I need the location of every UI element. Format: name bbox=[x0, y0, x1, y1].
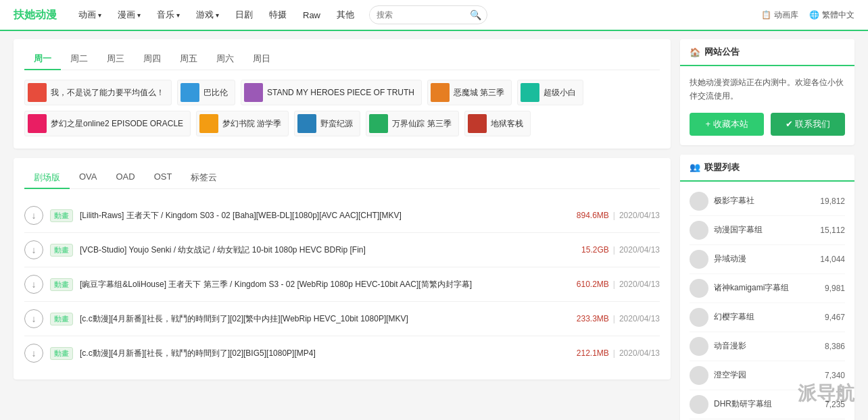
dl-badge: 動畫 bbox=[50, 244, 73, 257]
alliance-count: 14,044 bbox=[820, 255, 845, 264]
list-item[interactable]: 动音漫影 8,386 bbox=[690, 332, 845, 361]
nav-item-动画[interactable]: 动画▾ bbox=[70, 0, 110, 30]
list-item[interactable]: 动漫国字幕组 15,112 bbox=[690, 216, 845, 245]
header-right-item[interactable]: 📋动画库 bbox=[761, 9, 798, 21]
anime-item[interactable]: STAND MY HEROES PIECE OF TRUTH bbox=[241, 80, 422, 105]
anime-item[interactable]: 巴比伦 bbox=[177, 80, 235, 105]
dl-size: 233.3MB bbox=[577, 314, 609, 323]
week-tab-周四[interactable]: 周四 bbox=[134, 49, 170, 70]
content-area: 周一周二周三周四周五周六周日 我，不是说了能力要平均值么！巴比伦STAND MY… bbox=[14, 39, 671, 420]
dl-title[interactable]: [c.c動漫][4月新番][社長，戦鬥的時間到了][02][繁中内挂][WebR… bbox=[80, 313, 570, 325]
download-arrow-icon[interactable]: ↓ bbox=[24, 275, 43, 294]
anime-item[interactable]: 万界仙踪 第三季 bbox=[366, 111, 458, 136]
week-tab-周日[interactable]: 周日 bbox=[243, 49, 280, 70]
main-nav: 动画▾漫画▾音乐▾游戏▾日剧特摄Raw其他 bbox=[70, 0, 362, 30]
list-item[interactable]: 极影字幕社 19,812 bbox=[690, 187, 845, 216]
alliance-icon: 👥 bbox=[690, 162, 700, 172]
download-card: 剧场版OVAOADOST标签云 ↓ 動畫 [Lilith-Raws] 王者天下 … bbox=[14, 158, 671, 379]
list-item[interactable]: DHR動研字幕组 7,235 bbox=[690, 390, 845, 419]
dl-date: 2020/04/13 bbox=[619, 211, 660, 220]
search-input[interactable] bbox=[370, 10, 464, 20]
dl-title[interactable]: [Lilith-Raws] 王者天下 / Kingdom S03 - 02 [B… bbox=[80, 209, 570, 221]
anime-item[interactable]: 超级小白 bbox=[517, 80, 583, 105]
anime-thumb bbox=[468, 114, 487, 133]
week-tab-周二[interactable]: 周二 bbox=[61, 49, 97, 70]
list-item[interactable]: 澄空学园 7,340 bbox=[690, 361, 845, 390]
contact-button[interactable]: ✔ 联系我们 bbox=[771, 113, 845, 136]
list-item[interactable]: 诸神kamigami字幕组 9,981 bbox=[690, 274, 845, 303]
header-right: 📋动画库🌐繁體中文 bbox=[761, 9, 854, 21]
bookmark-button[interactable]: + 收藏本站 bbox=[690, 113, 764, 136]
week-tab-周三[interactable]: 周三 bbox=[97, 49, 134, 70]
header-right-icon: 🌐 bbox=[809, 10, 819, 20]
nav-item-Raw[interactable]: Raw bbox=[295, 0, 329, 30]
header-right-item[interactable]: 🌐繁體中文 bbox=[809, 9, 854, 21]
alliance-name: 诸神kamigami字幕组 bbox=[714, 282, 819, 294]
avatar bbox=[690, 192, 708, 211]
table-row: ↓ 動畫 [c.c動漫][4月新番][社長，戦鬥的時間到了][02][繁中内挂]… bbox=[24, 302, 660, 336]
dl-title[interactable]: [VCB-Studio] Youjo Senki / 幼女战记 / 幼女戦記 1… bbox=[80, 244, 575, 256]
anime-item[interactable]: 野蛮纪源 bbox=[294, 111, 360, 136]
nav-item-音乐[interactable]: 音乐▾ bbox=[149, 0, 188, 30]
list-item[interactable]: 异域动漫 14,044 bbox=[690, 245, 845, 274]
anime-item[interactable]: 地狱客栈 bbox=[464, 111, 531, 136]
dl-meta: 15.2GB | 2020/04/13 bbox=[581, 245, 660, 255]
alliance-name: DHR動研字幕组 bbox=[714, 398, 819, 410]
dl-date: 2020/04/13 bbox=[619, 348, 660, 358]
nav-item-特摄[interactable]: 特摄 bbox=[261, 0, 295, 30]
dl-title[interactable]: [豌豆字幕组&LoliHouse] 王者天下 第三季 / Kingdom S3 … bbox=[80, 278, 570, 290]
dl-tab-OST[interactable]: OST bbox=[145, 167, 182, 189]
dl-list: ↓ 動畫 [Lilith-Raws] 王者天下 / Kingdom S03 - … bbox=[24, 199, 660, 370]
notice-buttons: + 收藏本站 ✔ 联系我们 bbox=[690, 113, 845, 136]
alliance-header: 👥 联盟列表 bbox=[680, 155, 854, 182]
nav-item-其他[interactable]: 其他 bbox=[329, 0, 362, 30]
header-right-icon: 📋 bbox=[761, 10, 771, 20]
alliance-name: 澄空学园 bbox=[714, 369, 819, 381]
list-item[interactable]: 幻樱字幕组 9,467 bbox=[690, 303, 845, 332]
anime-title: 地狱客栈 bbox=[491, 118, 523, 130]
anime-item[interactable]: 我，不是说了能力要平均值么！ bbox=[24, 80, 172, 105]
dl-tab-OAD[interactable]: OAD bbox=[107, 167, 145, 189]
download-arrow-icon[interactable]: ↓ bbox=[24, 309, 43, 328]
week-tab-周一[interactable]: 周一 bbox=[24, 49, 61, 70]
week-tab-周六[interactable]: 周六 bbox=[207, 49, 243, 70]
dl-tab-标签云[interactable]: 标签云 bbox=[181, 167, 226, 189]
notice-header: 🏠 网站公告 bbox=[680, 39, 854, 66]
dl-date: 2020/04/13 bbox=[619, 280, 660, 289]
alliance-name: 极影字幕社 bbox=[714, 195, 815, 207]
dl-separator: | bbox=[613, 211, 615, 220]
anime-item[interactable]: 梦幻之星online2 EPISODE ORACLE bbox=[24, 111, 191, 136]
table-row: ↓ 動畫 [VCB-Studio] Youjo Senki / 幼女战记 / 幼… bbox=[24, 233, 660, 267]
anime-thumb bbox=[521, 83, 539, 102]
nav-item-游戏[interactable]: 游戏▾ bbox=[188, 0, 227, 30]
anime-thumb bbox=[369, 114, 388, 133]
anime-thumb bbox=[244, 83, 263, 102]
anime-title: 梦幻书院 游学季 bbox=[222, 118, 281, 130]
dl-tab-剧场版[interactable]: 剧场版 bbox=[24, 167, 70, 189]
sidebar: 🏠 网站公告 扶她动漫资源站正在内测中。欢迎各位小伙伴交流使用。 + 收藏本站 … bbox=[680, 39, 854, 420]
alliance-name: 动音漫影 bbox=[714, 340, 819, 352]
avatar bbox=[690, 337, 708, 356]
nav-item-漫画[interactable]: 漫画▾ bbox=[110, 0, 149, 30]
notice-card: 🏠 网站公告 扶她动漫资源站正在内测中。欢迎各位小伙伴交流使用。 + 收藏本站 … bbox=[680, 39, 854, 145]
nav-item-日剧[interactable]: 日剧 bbox=[227, 0, 261, 30]
dl-meta: 894.6MB | 2020/04/13 bbox=[577, 211, 660, 220]
home-icon: 🏠 bbox=[690, 47, 700, 57]
anime-thumb bbox=[28, 114, 47, 133]
table-row: ↓ 動畫 [豌豆字幕组&LoliHouse] 王者天下 第三季 / Kingdo… bbox=[24, 267, 660, 302]
dl-badge: 動畫 bbox=[50, 347, 73, 360]
week-tab-周五[interactable]: 周五 bbox=[170, 49, 207, 70]
search-button[interactable]: 🔍 bbox=[464, 9, 487, 20]
dl-title[interactable]: [c.c動漫][4月新番][社長，戦鬥的時間到了][02][BIG5][1080… bbox=[80, 347, 570, 359]
download-arrow-icon[interactable]: ↓ bbox=[24, 240, 43, 259]
dl-tab-OVA[interactable]: OVA bbox=[70, 167, 107, 189]
nav-arrow-icon: ▾ bbox=[98, 11, 101, 19]
header-right-label: 繁體中文 bbox=[822, 9, 854, 21]
download-arrow-icon[interactable]: ↓ bbox=[24, 206, 43, 225]
download-arrow-icon[interactable]: ↓ bbox=[24, 344, 43, 363]
anime-item[interactable]: 梦幻书院 游学季 bbox=[196, 111, 289, 136]
site-logo[interactable]: 扶她动漫 bbox=[14, 8, 57, 22]
anime-thumb bbox=[28, 83, 47, 102]
dl-badge: 動畫 bbox=[50, 278, 73, 291]
anime-item[interactable]: 恶魔城 第三季 bbox=[427, 80, 512, 105]
